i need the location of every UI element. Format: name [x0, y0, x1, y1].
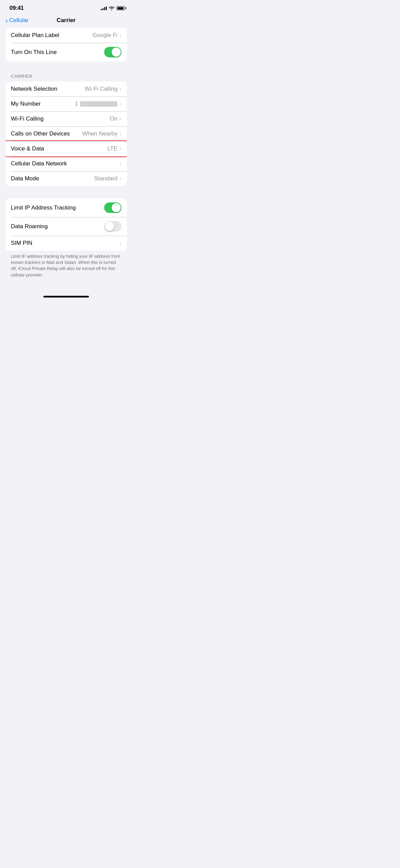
data-roaming-label: Data Roaming	[11, 223, 48, 230]
chevron-icon: ›	[119, 240, 121, 247]
network-selection-row[interactable]: Network Selection Wi-Fi Calling ›	[5, 82, 127, 96]
home-indicator	[0, 290, 132, 300]
top-section: Cellular Plan Label Google Fi › Turn On …	[5, 28, 127, 61]
turn-on-this-line-row[interactable]: Turn On This Line	[5, 43, 127, 61]
wifi-calling-label: Wi-Fi Calling	[11, 115, 43, 122]
back-button[interactable]: ‹ Cellular	[5, 17, 28, 24]
cellular-data-network-value: ›	[119, 160, 121, 167]
chevron-icon: ›	[119, 175, 121, 182]
chevron-icon: ›	[119, 160, 121, 167]
carrier-section: CARRIER Network Selection Wi-Fi Calling …	[5, 74, 127, 186]
chevron-icon: ›	[119, 32, 121, 39]
cellular-plan-label-text: Cellular Plan Label	[11, 32, 59, 39]
sim-pin-value: ›	[119, 240, 121, 247]
calls-on-other-devices-value: When Nearby ›	[82, 130, 121, 137]
wifi-calling-value: On ›	[110, 115, 121, 122]
data-mode-row[interactable]: Data Mode Standard ›	[5, 171, 127, 186]
calls-on-other-devices-label: Calls on Other Devices	[11, 130, 70, 137]
privacy-section: Limit IP Address Tracking Data Roaming S…	[5, 198, 127, 278]
chevron-icon: ›	[119, 145, 121, 152]
privacy-card: Limit IP Address Tracking Data Roaming S…	[5, 198, 127, 251]
battery-icon	[116, 6, 125, 10]
home-bar	[43, 296, 89, 297]
turn-on-this-line-label: Turn On This Line	[11, 49, 57, 56]
limit-ip-tracking-label: Limit IP Address Tracking	[11, 204, 76, 211]
chevron-icon: ›	[119, 86, 121, 92]
back-chevron-icon: ‹	[5, 17, 8, 24]
settings-content: Cellular Plan Label Google Fi › Turn On …	[0, 28, 132, 278]
cellular-data-network-label: Cellular Data Network	[11, 160, 67, 167]
calls-on-other-devices-row[interactable]: Calls on Other Devices When Nearby ›	[5, 126, 127, 141]
wifi-icon	[109, 6, 114, 10]
cellular-plan-label-value: Google Fi ›	[93, 32, 121, 39]
chevron-icon: ›	[119, 130, 121, 137]
data-roaming-toggle[interactable]	[104, 221, 121, 232]
data-mode-value: Standard ›	[94, 175, 121, 182]
carrier-section-label: CARRIER	[5, 74, 127, 79]
voice-and-data-label: Voice & Data	[11, 145, 44, 152]
chevron-icon: ›	[119, 115, 121, 122]
page-title: Carrier	[57, 17, 76, 24]
data-mode-label: Data Mode	[11, 175, 39, 182]
top-card: Cellular Plan Label Google Fi › Turn On …	[5, 28, 127, 61]
turn-on-this-line-toggle[interactable]	[104, 47, 121, 57]
nav-header: ‹ Cellular Carrier	[0, 14, 132, 28]
voice-and-data-value: LTE ›	[107, 145, 121, 152]
back-label: Cellular	[9, 17, 29, 24]
status-time: 09:41	[9, 5, 24, 12]
my-number-row[interactable]: My Number 1 ›	[5, 96, 127, 111]
phone-number-blurred	[80, 101, 117, 107]
data-roaming-row[interactable]: Data Roaming	[5, 217, 127, 236]
my-number-label: My Number	[11, 101, 41, 107]
status-icons	[101, 6, 125, 10]
privacy-footer: Limit IP address tracking by hiding your…	[5, 251, 127, 278]
cellular-data-network-row[interactable]: Cellular Data Network ›	[5, 156, 127, 171]
wifi-calling-row[interactable]: Wi-Fi Calling On ›	[5, 111, 127, 126]
cellular-plan-label-row[interactable]: Cellular Plan Label Google Fi ›	[5, 28, 127, 43]
voice-and-data-row[interactable]: Voice & Data LTE ›	[5, 141, 127, 156]
status-bar: 09:41	[0, 0, 132, 14]
my-number-value: 1 ›	[75, 101, 121, 107]
signal-strength-icon	[101, 6, 107, 10]
limit-ip-tracking-toggle[interactable]	[104, 202, 121, 213]
carrier-card: Network Selection Wi-Fi Calling › My Num…	[5, 82, 127, 186]
network-selection-value: Wi-Fi Calling ›	[85, 86, 121, 92]
chevron-icon: ›	[119, 101, 121, 107]
network-selection-label: Network Selection	[11, 86, 57, 92]
limit-ip-tracking-row[interactable]: Limit IP Address Tracking	[5, 198, 127, 217]
sim-pin-row[interactable]: SIM PIN ›	[5, 236, 127, 251]
sim-pin-label: SIM PIN	[11, 240, 32, 247]
